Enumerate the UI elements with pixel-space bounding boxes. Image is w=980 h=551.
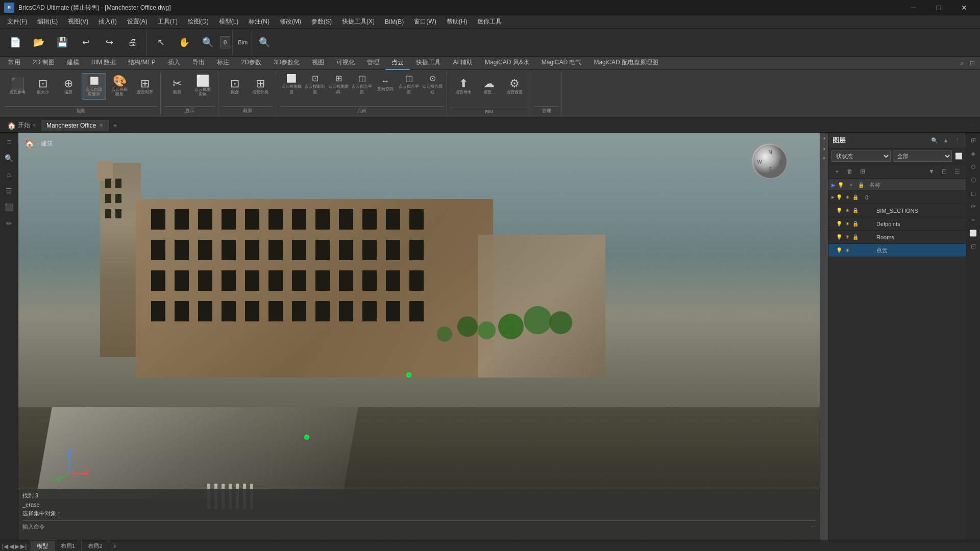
btab-layout1[interactable]: 布局1 <box>55 541 82 551</box>
sidebar-icon-edit[interactable]: ✏ <box>2 216 16 231</box>
menu-shortcuts[interactable]: 快捷工具(X) <box>337 16 380 27</box>
tab-view[interactable]: 视图 <box>306 56 330 70</box>
menu-settings[interactable]: 设置(A) <box>122 16 153 27</box>
tab-2d-params[interactable]: 2D参数 <box>235 56 267 70</box>
nav-next[interactable]: ▶ <box>15 543 19 550</box>
layer-row-bim-sections[interactable]: ▶ 💡 ☀ 🔒 BIM_SECTIONS <box>828 204 966 217</box>
sidebar-icon-block[interactable]: ⬛ <box>2 200 16 214</box>
sidebar-icon-search[interactable]: 🔍 <box>2 151 16 165</box>
rside-icon-3[interactable]: ⊙ <box>968 161 979 172</box>
menu-file[interactable]: 文件(F) <box>2 16 32 27</box>
cmd-input-field[interactable] <box>47 523 808 530</box>
panel-settings-btn[interactable]: ☰ <box>951 166 963 177</box>
toolbar-select[interactable]: ↖ <box>150 31 172 54</box>
cmd-expand-icon[interactable]: ⋯ <box>811 524 816 530</box>
ribbon-btn-project-section[interactable]: ⊡ 点云投影剖面 <box>304 73 326 95</box>
ribbon-btn-cloud-settings[interactable]: ⚙ 点云设置 <box>502 73 527 99</box>
layer-row-rooms[interactable]: ▶ 💡 ☀ 🔒 Rooms <box>828 231 966 244</box>
nav-prev[interactable]: ◀ <box>9 543 14 550</box>
tab-structure-mep[interactable]: 结构/MEP <box>122 56 161 70</box>
panel-add-layer[interactable]: ＋ <box>831 166 843 177</box>
viewport-scrollbar-vertical[interactable]: ▲ ▼ ▼ <box>820 133 828 540</box>
toolbar-redo[interactable]: ↪ <box>98 31 120 54</box>
tab-annotation[interactable]: 标注 <box>211 56 235 70</box>
menu-draw[interactable]: 绘图(D) <box>183 16 214 27</box>
tab-magicad-panel[interactable]: MagiCAD 配电盘原理图 <box>587 56 665 70</box>
close-start-icon[interactable]: ✕ <box>32 122 36 128</box>
panel-status-filter[interactable]: 状状态 全部 <box>831 151 891 162</box>
ribbon-btn-adaptive[interactable]: 🔲 点云自适应显示 <box>82 73 106 99</box>
toolbar-undo[interactable]: ↩ <box>75 31 97 54</box>
panel-delete-layer[interactable]: 🗑 <box>844 166 855 177</box>
tab-common[interactable]: 常用 <box>2 56 27 70</box>
panel-search-btn[interactable]: 🔍 <box>930 136 939 145</box>
sidebar-icon-home[interactable]: ⌂ <box>2 167 16 182</box>
panel-up-btn[interactable]: ▲ <box>941 136 950 145</box>
nav-last[interactable]: ▶| <box>20 543 27 550</box>
menu-params[interactable]: 参数(S) <box>306 16 337 27</box>
scroll-up-btn[interactable]: ▲ <box>820 133 828 143</box>
ribbon-btn-fit-plane2[interactable]: ◫ 点云拟合平面 <box>398 73 420 95</box>
rside-icon-9[interactable]: ⊡ <box>968 241 979 252</box>
tab-2d-draft[interactable]: 2D 制图 <box>27 56 61 70</box>
ribbon-btn-export-cloud[interactable]: ⬆ 点云导出 <box>451 73 476 99</box>
minimize-button[interactable]: ─ <box>901 0 925 15</box>
sidebar-icon-list[interactable]: ☰ <box>2 184 16 198</box>
doc-tab-start[interactable]: 🏠 开始 ✕ <box>2 119 41 132</box>
toolbar-new[interactable]: 📄 <box>4 31 27 54</box>
rside-icon-1[interactable]: ⊞ <box>968 135 979 146</box>
panel-merge-layer[interactable]: ⊞ <box>857 166 868 177</box>
layer-row-expand[interactable]: ▶ 💡 ☀ 🔒 0 <box>828 191 966 204</box>
doc-tab-add-button[interactable]: + <box>109 119 121 132</box>
ribbon-btn-point-size[interactable]: ⊡ 点大小 <box>31 73 55 99</box>
tab-ai-assist[interactable]: AI 辅助 <box>447 56 479 70</box>
menu-dim[interactable]: 标注(N) <box>243 16 275 27</box>
menu-bim[interactable]: BIM(B) <box>380 17 409 27</box>
menu-tools[interactable]: 工具(T) <box>153 16 183 27</box>
ribbon-panel-toggle[interactable]: ⊡ <box>967 60 978 67</box>
doc-tab-close[interactable]: ✕ <box>99 122 103 128</box>
menu-view[interactable]: 视图(V) <box>63 16 93 27</box>
ribbon-overflow[interactable]: » <box>957 60 967 67</box>
tab-magicad-hvac[interactable]: MagiCAD 风&水 <box>479 56 535 70</box>
tab-export[interactable]: 导出 <box>186 56 211 70</box>
tab-point-cloud[interactable]: 点云 <box>385 56 410 70</box>
ribbon-btn-cloud-more[interactable]: ☁ 点云... <box>477 73 501 99</box>
tab-manage[interactable]: 管理 <box>361 56 385 70</box>
panel-view-btn[interactable]: ⊡ <box>939 166 950 177</box>
ribbon-btn-offset[interactable]: ⊕ 偏置 <box>56 73 81 99</box>
menu-window[interactable]: 窗口(W) <box>409 16 441 27</box>
menu-model[interactable]: 模型(L) <box>214 16 244 27</box>
tab-bim-data[interactable]: BIM 数据 <box>85 56 122 70</box>
tab-3d-params[interactable]: 3D参数化 <box>267 56 306 70</box>
ribbon-btn-invert-space[interactable]: ↔ 反转空间 <box>374 73 397 95</box>
toolbar-pan[interactable]: ✋ <box>173 31 195 54</box>
ribbon-btn-clip-solid[interactable]: ⬜ 点云截剪实体 <box>190 73 215 99</box>
scroll-down-btn[interactable]: ▼ <box>820 144 828 154</box>
rside-icon-2[interactable]: ◈ <box>968 148 979 159</box>
nav-first[interactable]: |◀ <box>2 543 8 550</box>
ribbon-btn-fit[interactable]: ⊡ 拟合 <box>223 73 247 99</box>
menu-help[interactable]: 帮助(H) <box>442 16 473 27</box>
ribbon-btn-fit-plane[interactable]: ◫ 点云拟合平面 <box>351 73 373 95</box>
panel-filter-btn[interactable]: ▼ <box>926 166 937 177</box>
maximize-button[interactable]: □ <box>927 0 950 15</box>
btab-model[interactable]: 模型 <box>31 541 55 551</box>
rside-icon-7[interactable]: ≈ <box>968 214 979 226</box>
menu-edit[interactable]: 编辑(E) <box>32 16 63 27</box>
ribbon-btn-detect-room[interactable]: ⊞ 点云检测房间 <box>327 73 350 95</box>
viewport-bottom-arrow[interactable]: ▼ <box>820 154 828 162</box>
ribbon-btn-color-map[interactable]: 🎨 点云色彩映射 <box>107 73 132 99</box>
toolbar-zoom[interactable]: 🔍 <box>197 31 219 54</box>
menu-insert[interactable]: 插入(I) <box>93 16 121 27</box>
tab-magicad-elec[interactable]: MagiCAD 电气 <box>535 56 588 70</box>
doc-tabs-overflow[interactable]: ⋯ <box>967 122 978 128</box>
rside-icon-8[interactable]: ⬜ <box>968 228 979 239</box>
layer-row-defpoints[interactable]: ▶ 💡 ☀ 🔒 Defpoints <box>828 217 966 231</box>
tab-quick-tools[interactable]: 快捷工具 <box>410 56 447 70</box>
tab-insert[interactable]: 插入 <box>162 56 186 70</box>
toolbar-print[interactable]: 🖨 <box>121 31 144 54</box>
toolbar-open[interactable]: 📂 <box>28 31 50 54</box>
ribbon-btn-classify[interactable]: ⊞ 点云分类 <box>248 73 273 99</box>
btab-layout2[interactable]: 布局2 <box>82 541 109 551</box>
